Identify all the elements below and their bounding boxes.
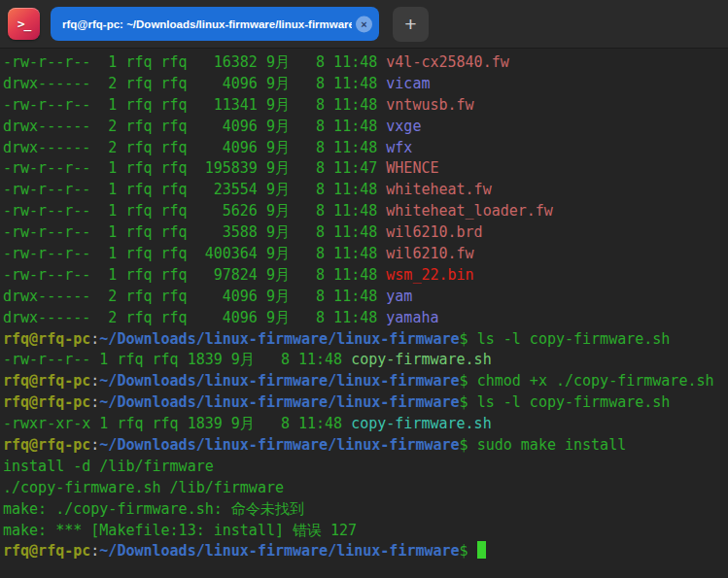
tab-title: rfq@rfq-pc: ~/Downloads/linux-firmware/l…	[62, 18, 352, 30]
text-segment: ls -l copy-firmware.sh	[477, 330, 671, 348]
text-segment: make: *** [Makefile:13: install] 错误 127	[3, 522, 357, 539]
text-segment: -rwxr-xr-x 1 rfq rfq 1839 9月 8 11:48	[3, 415, 351, 432]
text-segment: -rw-r--r-- 1 rfq rfq 195839 9月 8 11:47	[3, 159, 386, 177]
terminal-line: -rw-r--r-- 1 rfq rfq 97824 9月 8 11:48 ws…	[3, 265, 728, 287]
text-segment: $	[460, 542, 477, 560]
text-segment: drwx------ 2 rfq rfq 4096 9月 8 11:48	[3, 139, 386, 156]
text-segment: rfq@rfq-pc	[3, 330, 90, 348]
new-tab-button[interactable]: +	[393, 7, 429, 42]
text-segment: drwx------ 2 rfq rfq 4096 9月 8 11:48	[3, 309, 386, 326]
text-segment: -rw-r--r-- 1 rfq rfq 16382 9月 8 11:48	[3, 53, 386, 71]
text-segment: ~/Downloads/linux-firmware/linux-firmwar…	[99, 436, 459, 454]
text-segment: ~/Downloads/linux-firmware/linux-firmwar…	[99, 393, 459, 411]
text-segment: :	[90, 330, 99, 348]
text-segment: wsm_22.bin	[386, 266, 473, 284]
text-segment: :	[90, 393, 99, 411]
text-segment: rfq@rfq-pc	[3, 372, 90, 390]
text-segment: sudo make install	[477, 436, 627, 454]
prompt-icon: >_	[17, 17, 31, 31]
terminal-line: make: *** [Makefile:13: install] 错误 127	[3, 521, 728, 542]
terminal-line: make: ./copy-firmware.sh: 命令未找到	[3, 499, 728, 521]
text-segment: wil6210.fw	[386, 245, 473, 262]
close-icon: ×	[361, 18, 366, 29]
terminal-line: drwx------ 2 rfq rfq 4096 9月 8 11:48 vic…	[3, 74, 728, 95]
text-segment: yamaha	[386, 309, 438, 326]
text-segment: drwx------ 2 rfq rfq 4096 9月 8 11:48	[3, 288, 386, 305]
text-segment: ~/Downloads/linux-firmware/linux-firmwar…	[99, 542, 459, 560]
text-segment: ~/Downloads/linux-firmware/linux-firmwar…	[99, 372, 459, 390]
text-segment: WHENCE	[386, 159, 438, 177]
text-segment: -rw-r--r-- 1 rfq rfq 400364 9月 8 11:48	[3, 245, 386, 262]
text-segment: :	[90, 436, 99, 454]
terminal-line: -rw-r--r-- 1 rfq rfq 3588 9月 8 11:48 wil…	[3, 222, 728, 244]
text-segment: drwx------ 2 rfq rfq 4096 9月 8 11:48	[3, 75, 386, 92]
plus-icon: +	[404, 14, 416, 34]
text-segment: :	[90, 542, 99, 560]
terminal-line: -rw-r--r-- 1 rfq rfq 16382 9月 8 11:48 v4…	[3, 52, 728, 74]
terminal-line: rfq@rfq-pc:~/Downloads/linux-firmware/li…	[3, 392, 728, 414]
tab-active[interactable]: rfq@rfq-pc: ~/Downloads/linux-firmware/l…	[51, 7, 379, 41]
text-segment: install -d /lib/firmware	[3, 458, 214, 475]
text-segment: ~/Downloads/linux-firmware/linux-firmwar…	[99, 330, 459, 348]
text-segment: wfx	[386, 139, 412, 156]
terminal-line: -rw-r--r-- 1 rfq rfq 23554 9月 8 11:48 wh…	[3, 180, 728, 201]
terminal-line: drwx------ 2 rfq rfq 4096 9月 8 11:48 yam	[3, 287, 728, 308]
text-segment: ./copy-firmware.sh /lib/firmware	[3, 479, 284, 496]
text-segment: chmod +x ./copy-firmware.sh	[477, 372, 714, 390]
text-segment: -rw-r--r-- 1 rfq rfq 5626 9月 8 11:48	[3, 202, 386, 220]
text-segment: drwx------ 2 rfq rfq 4096 9月 8 11:48	[3, 118, 386, 135]
close-tab-button[interactable]: ×	[356, 16, 372, 32]
text-segment: $	[460, 393, 477, 411]
terminal-app-icon: >_	[8, 8, 40, 40]
text-segment: make: ./copy-firmware.sh: 命令未找到	[3, 500, 304, 518]
text-segment: copy-firmware.sh	[351, 415, 492, 432]
terminal-line: drwx------ 2 rfq rfq 4096 9月 8 11:48 yam…	[3, 308, 728, 329]
terminal-line: drwx------ 2 rfq rfq 4096 9月 8 11:48 wfx	[3, 138, 728, 159]
terminal-window: >_ rfq@rfq-pc: ~/Downloads/linux-firmwar…	[0, 0, 728, 578]
terminal-line: -rw-r--r-- 1 rfq rfq 5626 9月 8 11:48 whi…	[3, 201, 728, 222]
text-segment: vicam	[386, 75, 430, 92]
text-segment: -rw-r--r-- 1 rfq rfq 23554 9月 8 11:48	[3, 181, 386, 198]
terminal-line: -rwxr-xr-x 1 rfq rfq 1839 9月 8 11:48 cop…	[3, 414, 728, 435]
text-segment: rfq@rfq-pc	[3, 393, 90, 411]
terminal-line: -rw-r--r-- 1 rfq rfq 195839 9月 8 11:47 W…	[3, 158, 728, 180]
tab-bar: >_ rfq@rfq-pc: ~/Downloads/linux-firmwar…	[0, 0, 728, 49]
text-segment: copy-firmware.sh	[351, 351, 492, 368]
text-segment: -rw-r--r-- 1 rfq rfq 3588 9月 8 11:48	[3, 223, 386, 241]
terminal-line: rfq@rfq-pc:~/Downloads/linux-firmware/li…	[3, 435, 728, 457]
text-segment: vxge	[386, 118, 421, 135]
text-segment: v4l-cx25840.fw	[386, 53, 508, 71]
text-segment: rfq@rfq-pc	[3, 542, 90, 560]
text-segment: $	[460, 330, 477, 348]
text-segment: ls -l copy-firmware.sh	[477, 393, 671, 411]
text-segment: whiteheat_loader.fw	[386, 202, 553, 220]
terminal-line: rfq@rfq-pc:~/Downloads/linux-firmware/li…	[3, 541, 728, 562]
text-segment: $	[460, 436, 477, 454]
text-segment: -rw-r--r-- 1 rfq rfq 97824 9月 8 11:48	[3, 266, 386, 284]
text-segment: -rw-r--r-- 1 rfq rfq 1839 9月 8 11:48	[3, 351, 351, 368]
terminal-line: rfq@rfq-pc:~/Downloads/linux-firmware/li…	[3, 371, 728, 392]
text-segment: whiteheat.fw	[386, 181, 491, 198]
text-segment: yam	[386, 288, 412, 305]
terminal-line: drwx------ 2 rfq rfq 4096 9月 8 11:48 vxg…	[3, 117, 728, 138]
terminal-line: ./copy-firmware.sh /lib/firmware	[3, 478, 728, 499]
terminal-line: -rw-r--r-- 1 rfq rfq 11341 9月 8 11:48 vn…	[3, 95, 728, 117]
text-cursor	[477, 541, 486, 559]
text-segment: -rw-r--r-- 1 rfq rfq 11341 9月 8 11:48	[3, 96, 386, 114]
terminal-line: rfq@rfq-pc:~/Downloads/linux-firmware/li…	[3, 329, 728, 351]
terminal-line: -rw-r--r-- 1 rfq rfq 1839 9月 8 11:48 cop…	[3, 350, 728, 371]
text-segment: vntwusb.fw	[386, 96, 473, 114]
terminal-line: -rw-r--r-- 1 rfq rfq 400364 9月 8 11:48 w…	[3, 244, 728, 265]
text-segment: :	[90, 372, 99, 390]
terminal-screen[interactable]: -rw-r--r-- 1 rfq rfq 16382 9月 8 11:48 v4…	[0, 49, 728, 578]
text-segment: rfq@rfq-pc	[3, 436, 90, 454]
text-segment: wil6210.brd	[386, 223, 482, 241]
text-segment: $	[460, 372, 477, 390]
terminal-line: install -d /lib/firmware	[3, 457, 728, 478]
